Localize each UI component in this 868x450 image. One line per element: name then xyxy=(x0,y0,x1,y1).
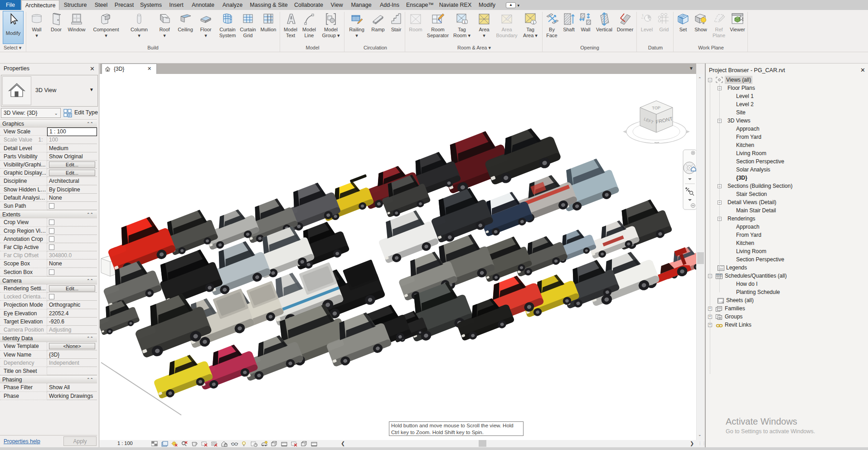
svg-text:TOP: TOP xyxy=(652,106,660,111)
svg-text:1: 1 xyxy=(464,20,466,24)
svg-text:1: 1 xyxy=(642,14,644,17)
svg-text:1: 1 xyxy=(533,21,534,24)
